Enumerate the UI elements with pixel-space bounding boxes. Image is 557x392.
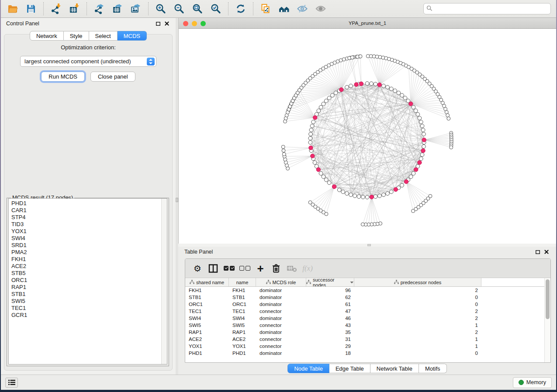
cell-successor-nodes[interactable]: 43: [306, 322, 354, 329]
run-mcds-button[interactable]: Run MCDS: [41, 72, 85, 82]
cell-MCDS-role[interactable]: dominator: [256, 287, 306, 294]
cell-name[interactable]: STB1: [229, 294, 256, 301]
tab-motifs[interactable]: Motifs: [419, 364, 447, 373]
cell-successor-nodes[interactable]: 18: [306, 350, 354, 357]
column-header-predecessor-nodes[interactable]: predecessor nodes: [354, 278, 481, 286]
cell-shared-name[interactable]: ACE2: [185, 336, 229, 343]
zoom-fit-icon[interactable]: [188, 1, 207, 16]
cell-predecessor-nodes[interactable]: 2: [354, 315, 481, 322]
minimize-window-icon[interactable]: [192, 21, 197, 26]
cell-name[interactable]: PHD1: [229, 350, 256, 357]
table-row[interactable]: FKH1FKH1dominator962: [185, 287, 544, 294]
cell-MCDS-role[interactable]: connector: [256, 343, 306, 350]
mcds-result-item[interactable]: YOX1: [11, 228, 161, 235]
table-row[interactable]: ACE2ACE2connector311: [185, 336, 544, 343]
deselect-all-icon[interactable]: [237, 261, 253, 276]
cell-successor-nodes[interactable]: 35: [306, 329, 354, 336]
float-panel-icon[interactable]: [155, 20, 162, 27]
table-row[interactable]: PHD1PHD1dominator180: [185, 350, 544, 357]
horizontal-splitter[interactable]: [178, 244, 556, 247]
cell-MCDS-role[interactable]: dominator: [256, 350, 306, 357]
mcds-result-item[interactable]: ORC1: [11, 277, 161, 284]
cell-name[interactable]: SWI5: [229, 322, 256, 329]
column-header-MCDS-role[interactable]: MCDS role: [256, 278, 306, 286]
cell-successor-nodes[interactable]: 62: [306, 294, 354, 301]
add-column-icon[interactable]: +: [253, 261, 268, 276]
close-panel-icon[interactable]: [163, 20, 170, 27]
table-scrollbar[interactable]: [544, 278, 550, 362]
mcds-result-item[interactable]: STP4: [11, 214, 161, 221]
cell-shared-name[interactable]: YOX1: [185, 343, 229, 350]
delete-column-icon[interactable]: [268, 261, 284, 276]
show-columns-icon[interactable]: [205, 261, 221, 276]
cell-shared-name[interactable]: PHD1: [185, 350, 229, 357]
table-scrollbar-thumb[interactable]: [546, 279, 550, 319]
mcds-result-item[interactable]: RAP1: [11, 284, 161, 291]
table-row[interactable]: RAP1RAP1dominator352: [185, 329, 544, 336]
column-header-name[interactable]: name: [229, 278, 256, 286]
criterion-select[interactable]: largest connected component (undirected): [20, 56, 156, 67]
cell-shared-name[interactable]: RAP1: [185, 329, 229, 336]
network-canvas[interactable]: [179, 29, 556, 244]
tab-network[interactable]: Network: [30, 31, 64, 41]
zoom-out-icon[interactable]: [170, 1, 188, 16]
cell-name[interactable]: TEC1: [229, 308, 256, 315]
cell-MCDS-role[interactable]: dominator: [256, 301, 306, 308]
cell-MCDS-role[interactable]: dominator: [256, 294, 306, 301]
tab-edge-table[interactable]: Edge Table: [329, 364, 370, 373]
close-window-icon[interactable]: [183, 21, 188, 26]
cell-name[interactable]: FKH1: [229, 287, 256, 294]
tab-node-table[interactable]: Node Table: [287, 364, 329, 373]
horizontal-splitter-grip[interactable]: [367, 244, 371, 246]
mcds-result-item[interactable]: STB1: [11, 291, 161, 298]
mcds-result-item[interactable]: GCR1: [11, 312, 161, 319]
zoom-selected-icon[interactable]: [207, 1, 225, 16]
mcds-result-item[interactable]: PMA2: [11, 249, 161, 256]
mcds-result-item[interactable]: ACE2: [11, 263, 161, 270]
cell-successor-nodes[interactable]: 61: [306, 301, 354, 308]
mcds-result-item[interactable]: FKH1: [11, 256, 161, 263]
cell-MCDS-role[interactable]: connector: [256, 308, 306, 315]
cell-predecessor-nodes[interactable]: 1: [354, 336, 481, 343]
open-file-icon[interactable]: [3, 1, 22, 16]
table-row[interactable]: TEC1TEC1connector472: [185, 308, 544, 315]
mcds-result-item[interactable]: SWI5: [11, 298, 161, 305]
close-panel-button[interactable]: Close panel: [90, 72, 135, 82]
cell-MCDS-role[interactable]: dominator: [256, 315, 306, 322]
table-row[interactable]: SWI4SWI4dominator462: [185, 315, 544, 322]
cell-predecessor-nodes[interactable]: 2: [354, 287, 481, 294]
task-history-button[interactable]: [5, 378, 18, 388]
search-box[interactable]: [423, 3, 551, 14]
select-all-icon[interactable]: [221, 261, 237, 276]
cell-MCDS-role[interactable]: dominator: [256, 329, 306, 336]
search-input[interactable]: [434, 6, 548, 12]
cell-name[interactable]: ACE2: [229, 336, 256, 343]
cell-MCDS-role[interactable]: connector: [256, 322, 306, 329]
cell-predecessor-nodes[interactable]: 0: [354, 301, 481, 308]
table-row[interactable]: ORC1ORC1dominator610: [185, 301, 544, 308]
tab-select[interactable]: Select: [89, 31, 118, 41]
cell-shared-name[interactable]: SWI5: [185, 322, 229, 329]
cell-name[interactable]: ORC1: [229, 301, 256, 308]
tab-style[interactable]: Style: [64, 31, 89, 41]
maximize-window-icon[interactable]: [201, 21, 206, 26]
import-network-icon[interactable]: [47, 1, 65, 16]
result-list-scrollbar[interactable]: [161, 199, 167, 364]
table-row[interactable]: SWI5SWI5connector431: [185, 322, 544, 329]
cell-successor-nodes[interactable]: 96: [306, 287, 354, 294]
cell-predecessor-nodes[interactable]: 0: [354, 294, 481, 301]
column-header-successor-nodes[interactable]: successor nodes: [306, 278, 354, 286]
cell-predecessor-nodes[interactable]: 2: [354, 329, 481, 336]
table-row[interactable]: STB1STB1dominator620: [185, 294, 544, 301]
cell-name[interactable]: YOX1: [229, 343, 256, 350]
import-table-icon[interactable]: [65, 1, 83, 16]
export-table-icon[interactable]: [108, 1, 127, 16]
mcds-result-item[interactable]: STB5: [11, 270, 161, 277]
network-window-titlebar[interactable]: YPA_prune.txt_1: [179, 18, 556, 29]
table-settings-icon[interactable]: ⚙: [190, 261, 205, 276]
memory-button[interactable]: Memory: [513, 377, 552, 388]
cell-successor-nodes[interactable]: 29: [306, 343, 354, 350]
tab-network-table[interactable]: Network Table: [370, 364, 419, 373]
float-table-panel-icon[interactable]: [534, 248, 541, 255]
first-neighbors-icon[interactable]: [275, 1, 293, 16]
